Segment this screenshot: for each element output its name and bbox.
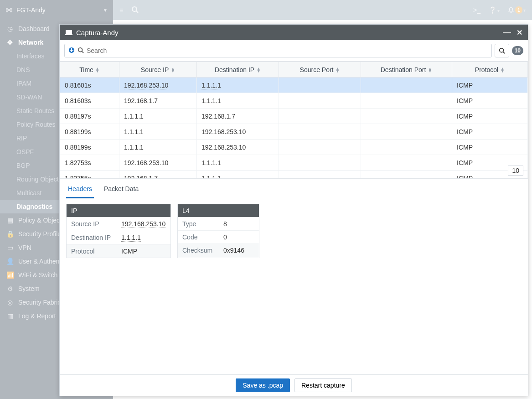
cell-sip: 1.1.1.1: [119, 124, 197, 140]
search-input-wrap[interactable]: [64, 44, 492, 57]
close-button[interactable]: ✕: [517, 28, 522, 37]
cell-dp: [361, 78, 452, 93]
packet-table: Time▲▼ Source IP▲▼ Destination IP▲▼ Sour…: [60, 62, 528, 178]
l4-code-key: Code: [182, 233, 223, 241]
cell-sip: 192.168.253.10: [119, 78, 197, 93]
table-row[interactable]: 0.81603s192.168.1.71.1.1.1ICMP: [60, 93, 528, 109]
cell-time: 0.81603s: [60, 93, 119, 109]
table-row[interactable]: 0.88197s1.1.1.1192.168.1.7ICMP: [60, 109, 528, 124]
packet-capture-modal: Captura-Andy — ✕ 10 Time▲▼ Source: [59, 24, 528, 396]
table-row[interactable]: 0.88199s1.1.1.1192.168.253.10ICMP: [60, 140, 528, 155]
svg-point-10: [499, 48, 503, 52]
ip-sip-key: Source IP: [71, 220, 121, 228]
modal-title: Captura-Andy: [76, 29, 119, 36]
ip-sip-val[interactable]: 192.168.253.10: [121, 220, 165, 228]
sort-icon: ▲▼: [170, 67, 175, 72]
cell-proto: ICMP: [452, 109, 528, 124]
cell-dip: 192.168.1.7: [197, 109, 279, 124]
sort-icon: ▲▼: [95, 67, 100, 72]
cell-dip: 192.168.253.10: [197, 140, 279, 155]
l4-chk-val: 0x9146: [223, 247, 244, 254]
cell-dip: 1.1.1.1: [197, 155, 279, 171]
col-header-dest-port[interactable]: Destination Port▲▼: [361, 62, 452, 78]
cell-sp: [279, 109, 361, 124]
l4-panel-title: L4: [178, 204, 259, 217]
svg-point-8: [78, 47, 83, 52]
save-pcap-button[interactable]: Save as .pcap: [236, 378, 290, 392]
l4-type-val: 8: [223, 220, 227, 228]
cell-dp: [361, 140, 452, 155]
modal-titlebar: Captura-Andy — ✕: [60, 25, 528, 40]
visible-row-count: 10: [508, 166, 523, 176]
cell-dp: [361, 124, 452, 140]
l4-code-val: 0: [223, 233, 227, 241]
cell-time: 0.88199s: [60, 140, 119, 155]
col-header-time[interactable]: Time▲▼: [60, 62, 119, 78]
tab-packet-data[interactable]: Packet Data: [102, 181, 140, 198]
ip-proto-val: ICMP: [121, 248, 137, 255]
ip-proto-key: Protocol: [71, 248, 121, 255]
result-count-badge: 10: [512, 46, 523, 55]
search-bar: 10: [60, 40, 528, 62]
cell-sp: [279, 78, 361, 93]
search-inline-icon: [77, 47, 84, 55]
cell-dip: 1.1.1.1: [197, 93, 279, 109]
cell-sip: 1.1.1.1: [119, 109, 197, 124]
cell-proto: ICMP: [452, 140, 528, 155]
minimize-button[interactable]: —: [503, 28, 511, 37]
table-row[interactable]: 1.82755s192.168.1.71.1.1.1ICMP: [60, 171, 528, 178]
cell-proto: ICMP: [452, 78, 528, 93]
cell-proto: ICMP: [452, 93, 528, 109]
add-filter-icon[interactable]: [68, 47, 75, 55]
cell-dip: 1.1.1.1: [197, 78, 279, 93]
cell-sp: [279, 140, 361, 155]
cell-sp: [279, 93, 361, 109]
cell-sp: [279, 171, 361, 178]
l4-type-key: Type: [182, 220, 223, 228]
modal-footer: Save as .pcap Restart capture: [60, 374, 528, 396]
cell-proto: ICMP: [452, 124, 528, 140]
table-row[interactable]: 1.82753s192.168.253.101.1.1.1ICMP: [60, 155, 528, 171]
cell-sip: 192.168.1.7: [119, 93, 197, 109]
l4-panel: L4 Type8 Code0 Checksum0x9146: [177, 204, 259, 258]
cell-sip: 192.168.253.10: [119, 155, 197, 171]
cell-sip: 1.1.1.1: [119, 140, 197, 155]
cell-dip: 192.168.253.10: [197, 124, 279, 140]
col-header-source-port[interactable]: Source Port▲▼: [279, 62, 361, 78]
tab-headers[interactable]: Headers: [66, 181, 94, 198]
cell-sip: 192.168.1.7: [119, 171, 197, 178]
cell-sp: [279, 124, 361, 140]
ip-dip-key: Destination IP: [71, 234, 121, 242]
restart-capture-button[interactable]: Restart capture: [294, 378, 352, 392]
cell-time: 0.81601s: [60, 78, 119, 93]
header-panels: IP Source IP192.168.253.10 Destination I…: [60, 198, 528, 258]
ip-panel-title: IP: [67, 204, 170, 217]
cell-time: 1.82755s: [60, 171, 119, 178]
cell-dp: [361, 109, 452, 124]
cell-sp: [279, 155, 361, 171]
search-input[interactable]: [87, 47, 488, 54]
search-button[interactable]: [495, 44, 509, 57]
sort-icon: ▲▼: [500, 67, 505, 72]
cell-time: 0.88197s: [60, 109, 119, 124]
svg-line-11: [503, 52, 505, 54]
col-header-source-ip[interactable]: Source IP▲▼: [119, 62, 197, 78]
cell-dp: [361, 93, 452, 109]
detail-tabs: Headers Packet Data: [60, 178, 528, 198]
cell-dp: [361, 155, 452, 171]
col-header-dest-ip[interactable]: Destination IP▲▼: [197, 62, 279, 78]
sort-icon: ▲▼: [428, 67, 432, 72]
l4-chk-key: Checksum: [182, 247, 223, 254]
ip-dip-val[interactable]: 1.1.1.1: [121, 234, 141, 242]
sort-icon: ▲▼: [256, 67, 261, 72]
cell-time: 1.82753s: [60, 155, 119, 171]
cell-dip: 1.1.1.1: [197, 171, 279, 178]
cell-time: 0.88199s: [60, 124, 119, 140]
col-header-protocol[interactable]: Protocol▲▼: [452, 62, 528, 78]
table-row[interactable]: 0.88199s1.1.1.1192.168.253.10ICMP: [60, 124, 528, 140]
capture-device-icon: [65, 29, 72, 36]
svg-line-9: [82, 51, 84, 53]
table-row[interactable]: 0.81601s192.168.253.101.1.1.1ICMP: [60, 78, 528, 93]
ip-panel: IP Source IP192.168.253.10 Destination I…: [66, 204, 171, 258]
sort-icon: ▲▼: [336, 67, 340, 72]
